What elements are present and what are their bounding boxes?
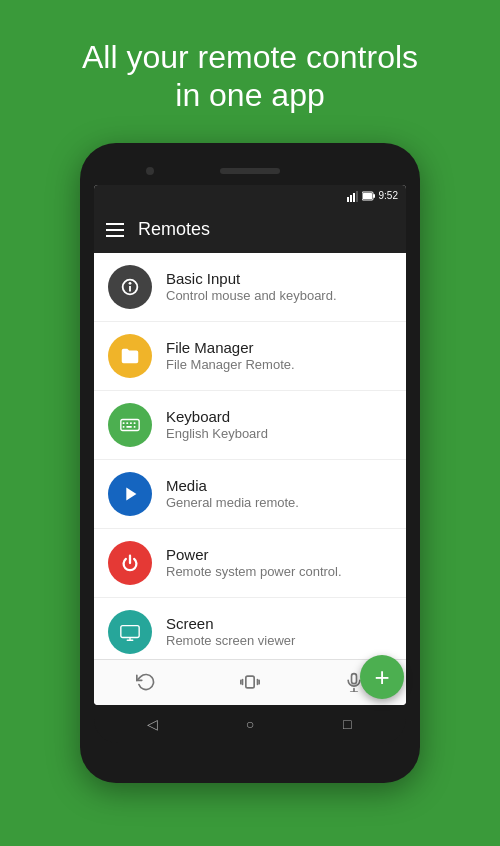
bottom-nav [94, 659, 406, 705]
svg-rect-17 [134, 426, 136, 428]
back-button[interactable]: ◁ [143, 714, 163, 734]
home-button[interactable]: ○ [240, 714, 260, 734]
toolbar-title: Remotes [138, 219, 210, 240]
keyboard-icon [108, 403, 152, 447]
basic-input-text: Basic Input Control mouse and keyboard. [166, 270, 337, 303]
svg-marker-18 [126, 487, 136, 500]
phone-top-bar [94, 157, 406, 185]
svg-rect-6 [363, 193, 372, 199]
power-icon [108, 541, 152, 585]
screen-title: Screen [166, 615, 295, 632]
svg-rect-15 [123, 426, 125, 428]
svg-rect-14 [134, 422, 136, 424]
svg-rect-27 [352, 674, 357, 684]
svg-rect-5 [373, 194, 375, 198]
media-text: Media General media remote. [166, 477, 299, 510]
media-icon [108, 472, 152, 516]
keyboard-subtitle: English Keyboard [166, 426, 268, 441]
basic-input-title: Basic Input [166, 270, 337, 287]
keyboard-title: Keyboard [166, 408, 268, 425]
file-manager-subtitle: File Manager Remote. [166, 357, 295, 372]
battery-icon [362, 191, 376, 201]
add-remote-fab[interactable]: + [360, 655, 404, 699]
svg-rect-13 [130, 422, 132, 424]
power-subtitle: Remote system power control. [166, 564, 342, 579]
keyboard-text: Keyboard English Keyboard [166, 408, 268, 441]
status-bar: 9:52 [94, 185, 406, 207]
app-tagline: All your remote controls in one app [52, 0, 448, 143]
list-item-power[interactable]: Power Remote system power control. [94, 529, 406, 598]
file-manager-icon [108, 334, 152, 378]
power-title: Power [166, 546, 342, 563]
list-item-screen[interactable]: Screen Remote screen viewer [94, 598, 406, 659]
basic-input-subtitle: Control mouse and keyboard. [166, 288, 337, 303]
phone-camera [146, 167, 154, 175]
signal-icon [347, 190, 359, 202]
svg-rect-19 [121, 625, 139, 637]
svg-rect-12 [126, 422, 128, 424]
android-nav-bar: ◁ ○ □ [94, 705, 406, 743]
vibrate-nav-icon[interactable] [232, 664, 268, 700]
basic-input-icon [108, 265, 152, 309]
svg-rect-1 [350, 195, 352, 202]
recents-button[interactable]: □ [337, 714, 357, 734]
list-item-keyboard[interactable]: Keyboard English Keyboard [94, 391, 406, 460]
phone-speaker [220, 168, 280, 174]
list-item-media[interactable]: Media General media remote. [94, 460, 406, 529]
app-toolbar: Remotes [94, 207, 406, 253]
svg-rect-22 [246, 676, 254, 688]
screen-text: Screen Remote screen viewer [166, 615, 295, 648]
svg-rect-16 [126, 426, 131, 428]
power-text: Power Remote system power control. [166, 546, 342, 579]
media-subtitle: General media remote. [166, 495, 299, 510]
phone-screen: 9:52 Remotes Basic Input Control mouse a… [94, 185, 406, 705]
svg-point-8 [129, 282, 132, 285]
svg-rect-0 [347, 197, 349, 202]
screen-subtitle: Remote screen viewer [166, 633, 295, 648]
file-manager-text: File Manager File Manager Remote. [166, 339, 295, 372]
phone-mockup: 9:52 Remotes Basic Input Control mouse a… [80, 143, 420, 783]
refresh-nav-icon[interactable] [128, 664, 164, 700]
list-item-basic-input[interactable]: Basic Input Control mouse and keyboard. [94, 253, 406, 322]
svg-rect-10 [121, 419, 139, 430]
svg-rect-3 [356, 191, 358, 202]
menu-icon[interactable] [106, 223, 124, 237]
media-title: Media [166, 477, 299, 494]
status-time: 9:52 [379, 190, 398, 201]
list-item-file-manager[interactable]: File Manager File Manager Remote. [94, 322, 406, 391]
status-icons: 9:52 [347, 190, 398, 202]
screen-icon [108, 610, 152, 654]
remotes-list: Basic Input Control mouse and keyboard. … [94, 253, 406, 659]
file-manager-title: File Manager [166, 339, 295, 356]
svg-rect-2 [353, 193, 355, 202]
svg-rect-11 [123, 422, 125, 424]
